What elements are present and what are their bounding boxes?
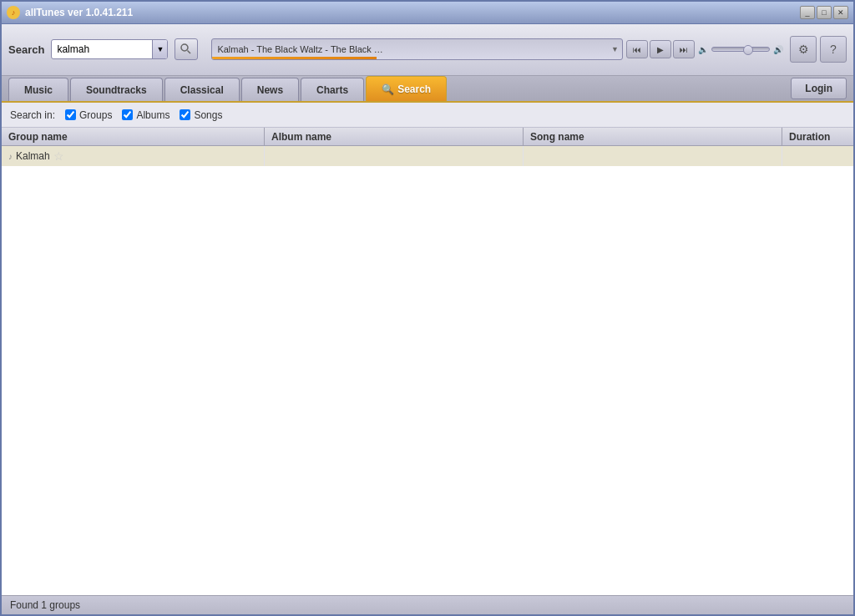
- search-in-label: Search in:: [10, 109, 55, 121]
- now-playing-area: Kalmah - The Black Waltz - The Black Wal…: [211, 38, 783, 60]
- minimize-button[interactable]: _: [800, 6, 815, 19]
- volume-control: 🔈 🔊: [698, 45, 783, 54]
- groups-checkbox[interactable]: [65, 109, 76, 120]
- tab-music-label: Music: [24, 84, 53, 96]
- status-text: Found 1 groups: [10, 599, 80, 611]
- results-area: Group name Album name Song name Duration…: [2, 128, 853, 594]
- table-header: Group name Album name Song name Duration: [2, 128, 853, 146]
- tab-news-label: News: [257, 84, 283, 96]
- cell-album-name: [265, 146, 524, 166]
- search-icon: [180, 43, 193, 56]
- volume-slider-thumb[interactable]: [743, 45, 753, 55]
- search-dropdown-btn[interactable]: ▼: [152, 39, 167, 59]
- app-icon: ♪: [7, 6, 20, 19]
- tab-news[interactable]: News: [241, 78, 299, 101]
- settings-button[interactable]: ⚙: [790, 36, 817, 63]
- now-playing-track: Kalmah - The Black Waltz - The Black Wal…: [211, 38, 623, 60]
- next-button[interactable]: ⏭: [673, 40, 695, 58]
- albums-checkbox[interactable]: [122, 109, 133, 120]
- albums-checkbox-item[interactable]: Albums: [122, 109, 169, 121]
- maximize-button[interactable]: □: [817, 6, 832, 19]
- close-button[interactable]: ✕: [833, 6, 848, 19]
- group-name-value: Kalmah: [16, 150, 50, 162]
- tab-search[interactable]: 🔍 Search: [366, 76, 447, 101]
- cell-duration: [782, 146, 849, 166]
- row-music-icon: ♪: [8, 152, 13, 161]
- tab-soundtracks-label: Soundtracks: [86, 84, 147, 96]
- albums-label: Albums: [136, 109, 169, 121]
- tab-classical[interactable]: Classical: [164, 78, 240, 101]
- volume-slider-track[interactable]: [711, 47, 770, 52]
- tab-charts-label: Charts: [316, 84, 348, 96]
- songs-checkbox[interactable]: [180, 109, 190, 120]
- track-dropdown-btn[interactable]: ▼: [611, 45, 619, 53]
- toolbar-right: ⚙ ?: [790, 36, 847, 63]
- toolbar: Search ▼ Kalmah - The Black Waltz - The …: [2, 24, 853, 76]
- nav-tabs: Music Soundtracks Classical News Charts …: [2, 76, 853, 104]
- volume-min-icon: 🔈: [698, 45, 708, 54]
- cell-group-name: ♪ Kalmah ☆: [2, 146, 265, 166]
- track-progress-bar: [212, 57, 376, 59]
- title-bar-buttons: _ □ ✕: [800, 6, 848, 19]
- status-bar: Found 1 groups: [2, 595, 853, 614]
- prev-button[interactable]: ⏮: [626, 40, 648, 58]
- search-in-bar: Search in: Groups Albums Songs: [2, 103, 853, 128]
- svg-line-1: [188, 51, 191, 54]
- col-header-duration: Duration: [782, 128, 849, 145]
- col-header-group-name: Group name: [2, 128, 265, 145]
- app-title: allTunes ver 1.0.41.211: [25, 7, 133, 18]
- volume-max-icon: 🔊: [773, 45, 783, 54]
- help-button[interactable]: ?: [820, 36, 847, 63]
- svg-point-0: [181, 44, 188, 51]
- tab-soundtracks[interactable]: Soundtracks: [70, 78, 163, 101]
- app-window: ♪ allTunes ver 1.0.41.211 _ □ ✕ Search ▼…: [0, 0, 855, 616]
- title-bar: ♪ allTunes ver 1.0.41.211 _ □ ✕: [2, 2, 853, 24]
- tab-search-label: Search: [397, 83, 431, 95]
- cell-song-name: [524, 146, 782, 166]
- tab-charts[interactable]: Charts: [301, 78, 364, 101]
- favorite-star-icon[interactable]: ☆: [53, 149, 64, 163]
- search-tab-icon: 🔍: [382, 83, 394, 95]
- groups-checkbox-item[interactable]: Groups: [65, 109, 112, 121]
- track-title: Kalmah - The Black Waltz - The Black Wal…: [217, 44, 384, 54]
- tab-music[interactable]: Music: [8, 78, 68, 101]
- play-button[interactable]: ▶: [650, 40, 671, 58]
- main-content: Search in: Groups Albums Songs Group nam…: [2, 103, 853, 594]
- toolbar-search-label: Search: [8, 43, 44, 56]
- search-go-button[interactable]: [175, 38, 198, 60]
- songs-label: Songs: [194, 109, 222, 121]
- songs-checkbox-item[interactable]: Songs: [180, 109, 222, 121]
- player-controls: ⏮ ▶ ⏭: [626, 40, 695, 58]
- col-header-song-name: Song name: [524, 128, 782, 145]
- table-row[interactable]: ♪ Kalmah ☆: [2, 146, 853, 166]
- groups-label: Groups: [79, 109, 112, 121]
- col-header-album-name: Album name: [265, 128, 524, 145]
- title-bar-left: ♪ allTunes ver 1.0.41.211: [7, 6, 133, 19]
- search-input[interactable]: [52, 42, 152, 57]
- tab-classical-label: Classical: [180, 84, 224, 96]
- search-combo: ▼: [51, 39, 168, 59]
- login-button[interactable]: Login: [791, 78, 847, 99]
